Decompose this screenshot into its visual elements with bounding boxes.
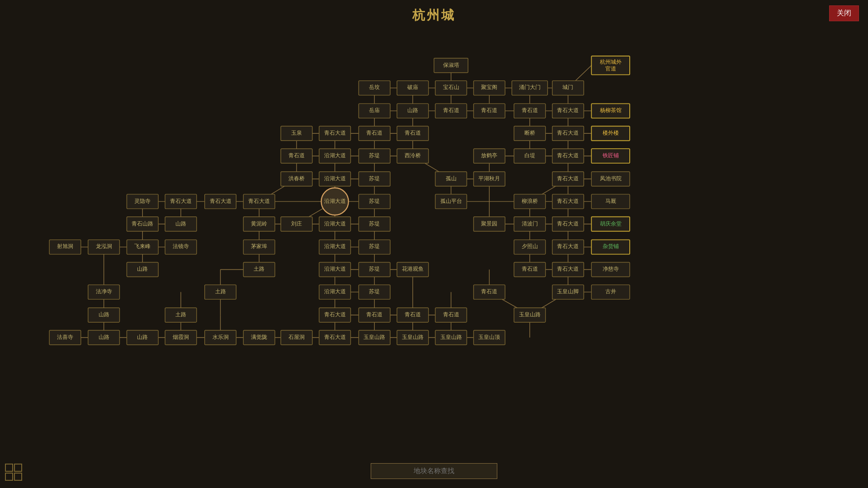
node-suti-5[interactable]: 苏堤 bbox=[359, 240, 390, 254]
node-shanlu-1[interactable]: 山路 bbox=[397, 103, 429, 118]
node-tulu-2[interactable]: 土路 bbox=[205, 285, 236, 299]
node-yanxia-dong[interactable]: 烟霞洞 bbox=[165, 330, 197, 345]
node-maju[interactable]: 马厩 bbox=[591, 194, 630, 209]
node-suti-4[interactable]: 苏堤 bbox=[359, 217, 390, 231]
node-yuquan[interactable]: 玉泉 bbox=[281, 126, 312, 141]
search-input[interactable] bbox=[371, 463, 497, 479]
node-qingshidao-6[interactable]: 青石道 bbox=[281, 149, 312, 163]
node-fanghe-ting[interactable]: 放鹤亭 bbox=[474, 149, 505, 163]
node-xizhao-shan[interactable]: 夕照山 bbox=[514, 240, 546, 254]
node-qingshidao-1[interactable]: 青石道 bbox=[435, 103, 467, 118]
close-button[interactable]: 关闭 bbox=[829, 5, 859, 21]
node-yongmendamen[interactable]: 涌门大门 bbox=[512, 81, 547, 95]
node-shanlu-4[interactable]: 山路 bbox=[88, 308, 120, 322]
node-duanqiao[interactable]: 断桥 bbox=[514, 126, 546, 141]
node-qingshidao-11[interactable]: 青石道 bbox=[435, 308, 467, 322]
node-yuhuang-shanlu[interactable]: 玉皇山路 bbox=[514, 308, 546, 322]
node-yuefen[interactable]: 岳坟 bbox=[359, 81, 390, 95]
node-qingshidadao-11[interactable]: 青石大道 bbox=[552, 240, 584, 254]
node-yanhudadao-1[interactable]: 沿湖大道 bbox=[319, 149, 351, 163]
node-maojia-bu[interactable]: 茅家埠 bbox=[243, 240, 275, 254]
node-tulu-3[interactable]: 土路 bbox=[165, 308, 197, 322]
node-yangliu-chaguan[interactable]: 杨柳茶馆 bbox=[591, 103, 630, 118]
node-qingshidadao-7[interactable]: 青石大道 bbox=[205, 194, 236, 209]
node-fengchi-shuyuan[interactable]: 凤池书院 bbox=[591, 172, 630, 186]
node-suti-7[interactable]: 苏堤 bbox=[359, 285, 390, 299]
node-baosuta[interactable]: 保淑塔 bbox=[434, 58, 468, 73]
node-baoshishan[interactable]: 宝石山 bbox=[435, 81, 467, 95]
node-xilengqiao[interactable]: 西泠桥 bbox=[397, 149, 429, 163]
node-qingshidadao-2[interactable]: 青石大道 bbox=[319, 126, 351, 141]
node-tulu-1[interactable]: 土路 bbox=[243, 262, 275, 277]
node-qingshidadao-3[interactable]: 青石大道 bbox=[552, 126, 584, 141]
node-qingshidadao-12[interactable]: 青石大道 bbox=[552, 262, 584, 277]
node-feilai-feng[interactable]: 飞来峰 bbox=[127, 240, 158, 254]
node-qingshidadao-6[interactable]: 青石大道 bbox=[165, 194, 197, 209]
node-baiti[interactable]: 白堤 bbox=[514, 149, 546, 163]
node-qingshidao-2[interactable]: 青石道 bbox=[474, 103, 505, 118]
node-qingshidao-3[interactable]: 青石道 bbox=[514, 103, 546, 118]
node-manjue-si[interactable]: 满觉陇 bbox=[243, 330, 275, 345]
node-pinghu-qiuyue[interactable]: 平湖秋月 bbox=[474, 172, 505, 186]
node-yuhuang-shanlu-2[interactable]: 玉皇山路 bbox=[359, 330, 390, 345]
node-yanhudadao-2[interactable]: 沿湖大道 bbox=[319, 172, 351, 186]
node-qingshidadao-5[interactable]: 青石大道 bbox=[552, 172, 584, 186]
node-hangzhou-outside[interactable]: 杭州城外 官道 bbox=[591, 56, 630, 75]
node-jingci-si[interactable]: 净慈寺 bbox=[591, 262, 630, 277]
node-fajing-si-1[interactable]: 法镜寺 bbox=[165, 240, 197, 254]
node-shanlu-5[interactable]: 山路 bbox=[88, 330, 120, 345]
node-gushan-pingtai[interactable]: 孤山平台 bbox=[435, 194, 467, 209]
node-fajing-si-2[interactable]: 法净寺 bbox=[88, 285, 120, 299]
node-qingshidao-8[interactable]: 青石道 bbox=[474, 285, 505, 299]
node-shanlu-6[interactable]: 山路 bbox=[127, 330, 158, 345]
node-yanhudadao-4[interactable]: 沿湖大道 bbox=[319, 240, 351, 254]
node-she-xudong[interactable]: 射旭洞 bbox=[49, 240, 81, 254]
node-suti-3[interactable]: 苏堤 bbox=[359, 194, 390, 209]
node-yanhudadao-3[interactable]: 沿湖大道 bbox=[319, 217, 351, 231]
node-gushan[interactable]: 孤山 bbox=[435, 172, 467, 186]
node-huqing-yutang[interactable]: 胡庆余堂 bbox=[591, 217, 630, 231]
node-lingyin-si[interactable]: 灵隐寺 bbox=[127, 194, 158, 209]
node-suti-6[interactable]: 苏堤 bbox=[359, 262, 390, 277]
node-qingshidadao-8[interactable]: 青石大道 bbox=[243, 194, 275, 209]
node-yanhudadao-5[interactable]: 沿湖大道 bbox=[319, 262, 351, 277]
node-qingshidao-7[interactable]: 青石道 bbox=[514, 262, 546, 277]
node-qingbo-men[interactable]: 清波门 bbox=[514, 217, 546, 231]
node-qingshidadao-10[interactable]: 青石大道 bbox=[552, 217, 584, 231]
node-qingshidao-9[interactable]: 青石道 bbox=[359, 308, 390, 322]
node-shule-dong[interactable]: 水乐洞 bbox=[205, 330, 236, 345]
node-chengmen[interactable]: 城门 bbox=[552, 81, 584, 95]
node-qingshidao-10[interactable]: 青石道 bbox=[397, 308, 429, 322]
node-tiejiang-pu[interactable]: 铁匠铺 bbox=[591, 149, 630, 163]
node-suti-1[interactable]: 苏堤 bbox=[359, 149, 390, 163]
node-jubao[interactable]: 聚宝阁 bbox=[474, 81, 505, 95]
node-yuhuang-shanjiao[interactable]: 玉皇山脚 bbox=[552, 285, 584, 299]
node-qingshidadao-4[interactable]: 青石大道 bbox=[552, 149, 584, 163]
node-qingshidadao-14[interactable]: 青石大道 bbox=[319, 330, 351, 345]
node-suti-2[interactable]: 苏堤 bbox=[359, 172, 390, 186]
node-yuemiao[interactable]: 岳庙 bbox=[359, 103, 390, 118]
node-shanlu-2[interactable]: 山路 bbox=[165, 217, 197, 231]
node-longhong-dong[interactable]: 龙泓洞 bbox=[88, 240, 120, 254]
node-yuhuang-shanlu-3[interactable]: 玉皇山路 bbox=[397, 330, 429, 345]
node-yanhudadao-6[interactable]: 沿湖大道 bbox=[319, 285, 351, 299]
node-yanhudadao-active[interactable]: 沿湖大道 bbox=[321, 188, 349, 215]
node-fahei-si[interactable]: 法喜寺 bbox=[49, 330, 81, 345]
node-qingshidao-4[interactable]: 青石道 bbox=[359, 126, 390, 141]
node-jujing-yuan[interactable]: 聚景园 bbox=[474, 217, 505, 231]
node-zahuo-pu[interactable]: 杂货铺 bbox=[591, 240, 630, 254]
node-liuzhuang[interactable]: 刘庄 bbox=[281, 217, 312, 231]
node-shiwu-dong[interactable]: 石屋洞 bbox=[281, 330, 312, 345]
node-hongchun-qiao[interactable]: 洪春桥 bbox=[281, 172, 312, 186]
node-qingshidadao-9[interactable]: 青石大道 bbox=[552, 194, 584, 209]
node-qingshidao-5[interactable]: 青石道 bbox=[397, 126, 429, 141]
node-huagang-guanyu[interactable]: 花港观鱼 bbox=[397, 262, 429, 277]
node-pomiao[interactable]: 破庙 bbox=[397, 81, 429, 95]
node-qingshi-shanlu[interactable]: 青石山路 bbox=[127, 217, 158, 231]
node-huangni-ling[interactable]: 黄泥岭 bbox=[243, 217, 275, 231]
node-yuhuang-shan-ding[interactable]: 玉皇山顶 bbox=[474, 330, 505, 345]
node-shanlu-3[interactable]: 山路 bbox=[127, 262, 158, 277]
node-yuhuang-shanlu-4[interactable]: 玉皇山路 bbox=[435, 330, 467, 345]
node-liulang-qiao[interactable]: 柳浪桥 bbox=[514, 194, 546, 209]
node-qingshidadao-1[interactable]: 青石大道 bbox=[552, 103, 584, 118]
